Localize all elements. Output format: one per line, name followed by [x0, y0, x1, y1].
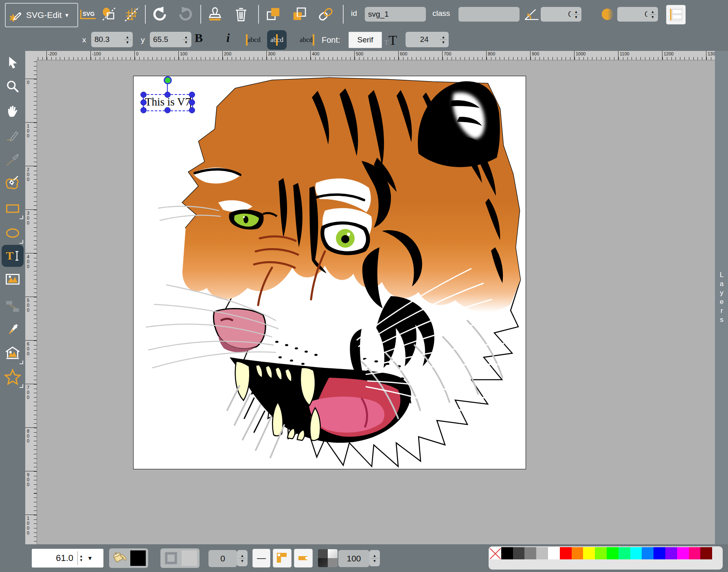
tool-connector[interactable] [4, 297, 22, 315]
spinner-down-icon[interactable]: ▼ [79, 558, 83, 562]
blur-spinner[interactable]: ▲▼ [647, 7, 658, 22]
stroke-width-input[interactable] [208, 550, 237, 567]
tool-path[interactable] [4, 174, 22, 192]
tool-shape-library[interactable] [4, 345, 22, 363]
tool-rect[interactable] [4, 200, 22, 218]
undo-button[interactable] [151, 5, 169, 23]
palette-swatch[interactable] [536, 547, 548, 559]
tool-eyedropper[interactable] [4, 321, 22, 339]
palette-swatch[interactable] [572, 547, 583, 559]
font-size-input[interactable] [406, 32, 443, 47]
spinner-up-icon[interactable]: ▲ [373, 554, 377, 558]
fill-color-group[interactable] [109, 548, 148, 568]
stroke-dash-select[interactable]: — [252, 549, 270, 568]
x-input[interactable] [91, 32, 127, 47]
rotate-handle[interactable] [164, 76, 172, 84]
tool-zoom[interactable] [4, 78, 22, 96]
tiger-artwork[interactable] [134, 76, 526, 469]
y-input[interactable] [150, 32, 186, 47]
opacity-input[interactable] [338, 550, 369, 567]
redo-button[interactable] [177, 5, 195, 23]
zoom-dropdown-icon[interactable]: ▼ [87, 555, 93, 561]
tool-text[interactable]: T [4, 247, 22, 265]
italic-button[interactable]: i [226, 31, 230, 45]
stroke-color-group[interactable] [160, 548, 200, 568]
opacity-spinner[interactable]: ▲▼ [369, 550, 380, 566]
tool-pan[interactable] [4, 102, 22, 120]
palette-swatch-none[interactable] [489, 547, 501, 559]
palette-swatch[interactable] [642, 547, 653, 559]
font-size-spinner[interactable]: ▲▼ [438, 32, 449, 47]
palette-swatch[interactable] [618, 547, 630, 559]
make-hyperlink-button[interactable] [317, 5, 335, 23]
text-anchor-middle-button[interactable]: abcd [267, 30, 287, 50]
spinner-down-icon[interactable]: ▼ [651, 15, 655, 19]
palette-swatch[interactable] [677, 547, 689, 559]
layers-panel-toggle[interactable]: Layers [715, 51, 728, 544]
spinner-up-icon[interactable]: ▲ [79, 554, 83, 558]
delete-button[interactable] [232, 5, 250, 23]
zoom-input[interactable] [32, 552, 74, 564]
y-spinner[interactable]: ▲▼ [181, 32, 191, 47]
spinner-down-icon[interactable]: ▼ [126, 40, 129, 44]
x-spinner[interactable]: ▲▼ [122, 32, 133, 47]
palette-swatch[interactable] [524, 547, 536, 559]
svg-canvas[interactable]: This is V7 [133, 76, 526, 469]
document-properties-button[interactable] [100, 5, 118, 23]
stroke-color-swatch[interactable] [182, 550, 197, 566]
source-editor-button[interactable]: SVG [79, 5, 97, 23]
resize-handle-sw[interactable] [140, 107, 147, 113]
spinner-down-icon[interactable]: ▼ [442, 40, 445, 44]
clone-button[interactable] [206, 5, 224, 23]
spinner-down-icon[interactable]: ▼ [575, 15, 578, 19]
palette-swatch[interactable] [560, 547, 572, 559]
linecap-select[interactable] [294, 549, 313, 568]
move-to-top-button[interactable] [265, 5, 283, 23]
tool-image[interactable] [4, 271, 22, 288]
bold-button[interactable]: B [195, 31, 203, 45]
spinner-down-icon[interactable]: ▼ [373, 559, 377, 563]
zoom-control[interactable]: ▲ ▼ ▼ [32, 549, 103, 568]
stroke-width-spinner[interactable]: ▲▼ [237, 550, 248, 566]
spinner-up-icon[interactable]: ▲ [126, 35, 129, 39]
palette-swatch[interactable] [689, 547, 701, 559]
palette-swatch[interactable] [583, 547, 595, 559]
spinner-up-icon[interactable]: ▲ [184, 35, 188, 39]
main-menu-button[interactable]: ✱ SVG-Edit ▼ [5, 3, 78, 27]
font-family-button[interactable]: Serif [349, 32, 382, 48]
resize-handle-n[interactable] [164, 92, 171, 98]
resize-handle-e[interactable] [189, 99, 195, 106]
resize-handle-nw[interactable] [140, 92, 147, 98]
palette-swatch[interactable] [595, 547, 607, 559]
spinner-down-icon[interactable]: ▼ [241, 559, 244, 563]
move-to-bottom-button[interactable] [291, 5, 309, 23]
spinner-up-icon[interactable]: ▲ [241, 554, 244, 558]
linejoin-select[interactable] [273, 549, 292, 568]
tool-star[interactable] [4, 368, 22, 386]
resize-handle-se[interactable] [189, 107, 195, 113]
palette-swatch[interactable] [548, 547, 560, 559]
spinner-up-icon[interactable]: ▲ [575, 10, 578, 14]
spinner-up-icon[interactable]: ▲ [442, 35, 445, 39]
fill-color-swatch[interactable] [130, 550, 146, 566]
resize-handle-ne[interactable] [189, 92, 195, 98]
id-input[interactable] [365, 7, 426, 22]
palette-swatch[interactable] [653, 547, 665, 559]
tool-ellipse[interactable] [4, 224, 22, 242]
palette-swatch[interactable] [700, 547, 712, 559]
zoom-spinner[interactable]: ▲ ▼ [79, 554, 83, 562]
tool-select[interactable] [4, 53, 22, 71]
palette-swatch[interactable] [630, 547, 642, 559]
palette-swatch[interactable] [607, 547, 618, 559]
editor-preferences-button[interactable] [123, 5, 141, 23]
angle-spinner[interactable]: ▲▼ [571, 7, 581, 22]
palette-swatch[interactable] [501, 547, 513, 559]
resize-handle-s[interactable] [164, 107, 171, 113]
align-to-page-button[interactable] [666, 5, 686, 24]
resize-handle-w[interactable] [140, 99, 147, 106]
text-anchor-start-button[interactable]: abcd [244, 30, 264, 50]
tool-pencil[interactable] [4, 127, 22, 145]
spinner-up-icon[interactable]: ▲ [651, 10, 655, 14]
palette-swatch[interactable] [513, 547, 525, 559]
spinner-down-icon[interactable]: ▼ [184, 40, 188, 44]
